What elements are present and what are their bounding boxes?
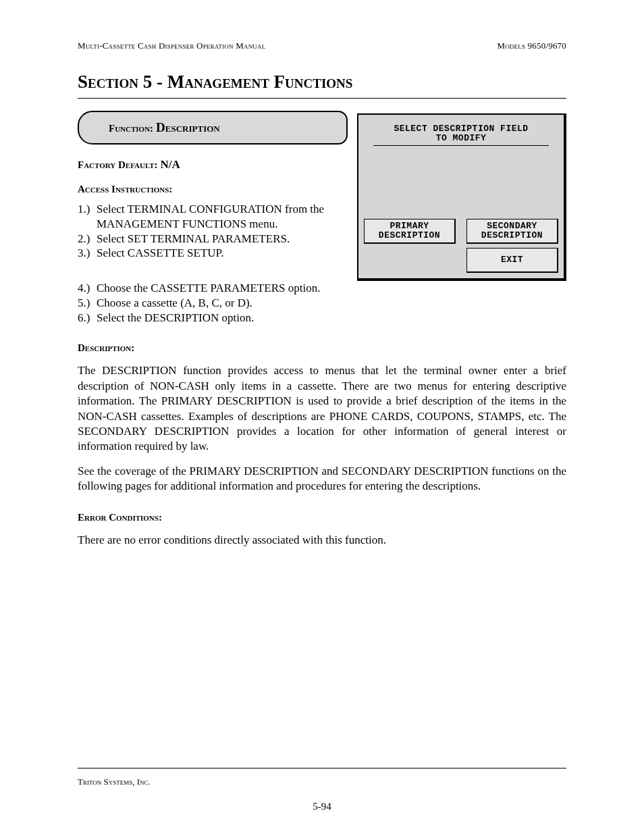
error-conditions-heading: Error Conditions: [78,512,566,523]
terminal-screen: SELECT DESCRIPTION FIELD TO MODIFY PRIMA… [364,120,558,273]
step-item: 6.)Select the DESCRIPTION option. [78,311,566,325]
description-heading: Description: [78,342,566,354]
terminal-screenshot: SELECT DESCRIPTION FIELD TO MODIFY PRIMA… [357,113,566,281]
step-item: 2.)Select SET TERMINAL PARAMETERS. [78,232,348,246]
function-box: Function: Description [78,111,348,145]
page-header: Multi-Cassette Cash Dispenser Operation … [78,41,566,51]
page-number: 5-94 [78,801,566,812]
step-item: 5.)Choose a cassette (A, B, C, or D). [78,296,566,311]
step-item: 1.)Select TERMINAL CONFIGURATION from th… [78,202,348,232]
button-col-right: SECONDARY DESCRIPTION EXIT [466,219,558,273]
footer-divider [78,768,566,768]
description-para2: See the coverage of the PRIMARY DESCRIPT… [78,464,566,494]
access-instructions-heading: Access Instructions: [78,184,348,195]
screen-title: SELECT DESCRIPTION FIELD TO MODIFY [373,120,549,146]
button-col-left: PRIMARY DESCRIPTION [364,219,456,273]
step-item: 3.)Select CASSETTE SETUP. [78,246,348,261]
error-conditions-text: There are no error conditions directly a… [78,533,566,548]
function-label: Function: [109,123,153,134]
secondary-description-button[interactable]: SECONDARY DESCRIPTION [466,219,558,244]
function-value: Description [156,120,220,134]
factory-default: Factory Default: N/A [78,158,348,172]
step-item: 4.)Choose the CASSETTE PARAMETERS option… [78,281,566,296]
content-row: Function: Description Factory Default: N… [78,111,566,281]
button-spacer [364,248,456,271]
access-steps: 1.)Select TERMINAL CONFIGURATION from th… [78,202,348,261]
exit-button[interactable]: EXIT [466,248,558,273]
factory-default-value: N/A [160,158,180,171]
primary-description-button[interactable]: PRIMARY DESCRIPTION [364,219,456,244]
factory-default-label: Factory Default: [78,159,158,170]
left-column: Function: Description Factory Default: N… [78,111,348,261]
divider [78,98,566,99]
screen-title-line1: SELECT DESCRIPTION FIELD [373,124,549,134]
manual-page: Multi-Cassette Cash Dispenser Operation … [0,0,644,834]
footer-company: Triton Systems, Inc. [78,777,566,787]
description-para1: The DESCRIPTION function provides access… [78,363,566,454]
page-footer: Triton Systems, Inc. 5-94 [78,768,566,812]
header-right: Models 9650/9670 [497,41,566,51]
section-title: Section 5 - Management Functions [78,72,566,93]
screen-buttons: PRIMARY DESCRIPTION SECONDARY DESCRIPTIO… [364,219,558,273]
screen-title-line2: TO MODIFY [373,134,549,143]
access-steps-continued: 4.)Choose the CASSETTE PARAMETERS option… [78,281,566,325]
header-left: Multi-Cassette Cash Dispenser Operation … [78,41,265,51]
